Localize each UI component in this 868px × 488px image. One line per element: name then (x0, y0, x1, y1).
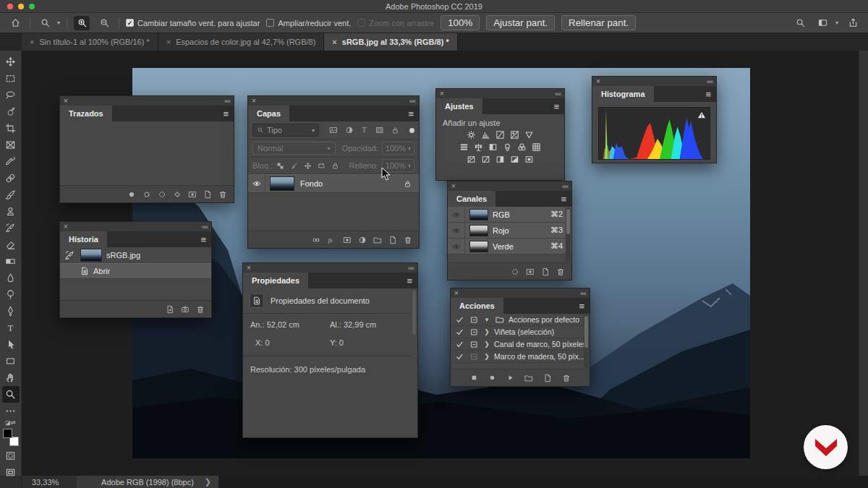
levels-icon[interactable] (481, 130, 490, 140)
chevron-right-icon[interactable]: ❯ (482, 341, 491, 348)
padlock-icon[interactable] (331, 162, 339, 170)
panel-menu-icon[interactable]: ≡ (556, 191, 571, 207)
collapse-panel-icon[interactable]: «« (707, 78, 712, 85)
eyedropper-tool[interactable] (2, 153, 20, 170)
close-tab-icon[interactable]: × (332, 38, 336, 46)
action-row[interactable]: ❯ Canal de marco, 50 píxeles (451, 338, 590, 351)
selective-color-icon[interactable] (524, 155, 534, 164)
tab-srgb-active[interactable]: × sRGB.jpg al 33,3% (RGB/8) * (324, 33, 457, 51)
dot-icon[interactable] (127, 190, 136, 199)
color-swatches[interactable] (3, 429, 19, 446)
opacity-value[interactable]: 100%▾ (382, 142, 414, 155)
halfcircle-icon[interactable] (358, 236, 367, 244)
healing-tool[interactable] (2, 170, 20, 187)
cached-data-warning-icon[interactable] (697, 111, 706, 119)
history-brush-tool[interactable] (2, 220, 20, 236)
tab-histograma[interactable]: Histograma (592, 86, 654, 102)
channel-eye-icon[interactable] (448, 223, 465, 238)
scrollbar[interactable] (412, 289, 417, 437)
checker-icon[interactable] (276, 162, 284, 170)
invert-icon[interactable] (467, 155, 476, 164)
color-profile-status[interactable]: Adobe RGB (1998) (8bpc) ❯ (77, 476, 218, 488)
zoom-tool-preset-icon[interactable] (37, 16, 53, 30)
quick-selection-tool[interactable] (2, 103, 20, 120)
curves-icon[interactable] (495, 130, 505, 140)
zoom-all-windows-checkbox[interactable]: Ampliar/reducir vent. (266, 19, 351, 27)
framef-icon[interactable] (375, 126, 384, 134)
close-panel-icon[interactable]: × (596, 78, 600, 85)
panel-menu-icon[interactable]: ≡ (700, 86, 716, 102)
move-tool[interactable] (2, 53, 20, 70)
close-tab-icon[interactable]: × (166, 38, 171, 46)
hue-saturation-icon[interactable] (459, 142, 469, 152)
trash-icon[interactable] (556, 267, 565, 276)
history-step-abrir[interactable]: Abrir (60, 263, 211, 279)
diamond-icon[interactable] (173, 190, 182, 199)
slice-tool[interactable] (2, 137, 20, 153)
action-row[interactable]: ❯ Marco de madera, 50 píx... (451, 351, 590, 363)
fill-screen-button[interactable]: Rellenar pant. (561, 15, 636, 30)
collapse-panel-icon[interactable]: «« (562, 183, 568, 190)
play-icon[interactable] (506, 374, 514, 382)
channel-eye-icon[interactable] (448, 239, 465, 254)
close-panel-icon[interactable]: × (252, 98, 256, 105)
layer-name[interactable]: Fondo (300, 179, 323, 188)
zoom-tool[interactable] (2, 386, 20, 403)
color-lookup-icon[interactable] (532, 142, 541, 152)
page-icon[interactable] (388, 236, 397, 244)
halfcircle-icon[interactable] (345, 126, 354, 134)
tab-canales[interactable]: Canales (448, 191, 495, 207)
chevron-down-icon[interactable]: ▾ (482, 316, 491, 323)
dialog-toggle-icon[interactable] (468, 353, 480, 361)
panel-menu-icon[interactable]: ≡ (195, 231, 211, 247)
tab-espacios-de-color[interactable]: × Espacios de color.jpg al 42,7% (RGB/8) (158, 33, 325, 51)
zoom-100-button[interactable]: 100% (441, 15, 480, 30)
close-panel-icon[interactable]: × (64, 98, 68, 105)
screen-mode-tool[interactable] (2, 464, 20, 481)
channel-mixer-icon[interactable] (517, 142, 527, 152)
scrollbar[interactable] (566, 207, 571, 262)
checkbox-unchecked-icon[interactable] (266, 19, 274, 27)
brightness-contrast-icon[interactable] (467, 130, 476, 140)
blur-tool[interactable] (2, 270, 20, 286)
clone-stamp-tool[interactable] (2, 203, 20, 220)
threshold-icon[interactable] (495, 155, 505, 164)
scrollbar[interactable] (584, 314, 589, 368)
gradient-map-icon[interactable] (510, 155, 519, 164)
tab-acciones[interactable]: Acciones (451, 298, 503, 314)
layer-thumbnail[interactable] (270, 176, 294, 191)
eraser-tool[interactable] (2, 236, 20, 253)
padlock-icon[interactable] (391, 127, 399, 134)
channel-row-rojo[interactable]: Rojo ⌘3 (448, 223, 571, 239)
dashedcircle-icon[interactable] (511, 267, 519, 276)
layer-filter-search[interactable]: Tipo ▾ (252, 124, 319, 137)
photo-filter-icon[interactable] (503, 142, 512, 152)
black-white-icon[interactable] (488, 142, 498, 152)
tab-historia[interactable]: Historia (60, 231, 107, 247)
brushsm-icon[interactable] (290, 162, 298, 170)
typef-icon[interactable]: T (360, 126, 369, 134)
dialog-toggle-icon[interactable] (468, 328, 480, 336)
collapse-panel-icon[interactable]: «« (408, 265, 414, 272)
close-panel-icon[interactable]: × (454, 290, 459, 297)
folder-icon[interactable] (373, 236, 382, 244)
collapse-panel-icon[interactable]: «« (409, 98, 415, 105)
dialog-toggle-icon[interactable] (468, 341, 480, 348)
action-set-row[interactable]: ▾ Acciones por defecto (451, 314, 590, 326)
posterize-icon[interactable] (481, 155, 490, 164)
camera-icon[interactable] (181, 305, 190, 314)
minimize-window-button[interactable] (18, 4, 24, 9)
channel-row-rgb[interactable]: RGB ⌘2 (448, 207, 571, 223)
zoom-out-button[interactable] (96, 16, 112, 30)
lasso-tool[interactable] (2, 87, 20, 103)
tab-trazados[interactable]: Trazados (60, 106, 112, 121)
vibrance-icon[interactable] (524, 130, 534, 140)
tab-propiedades[interactable]: Propiedades (243, 273, 308, 288)
panel-menu-icon[interactable]: ≡ (574, 298, 590, 314)
shape-tool[interactable] (2, 353, 20, 369)
tab-capas[interactable]: Capas (248, 106, 289, 121)
collapse-panel-icon[interactable]: «« (555, 90, 561, 98)
panel-menu-icon[interactable]: ≡ (548, 98, 564, 114)
filter-toggle-icon[interactable] (409, 128, 414, 133)
fx-icon[interactable]: fx (327, 235, 336, 244)
